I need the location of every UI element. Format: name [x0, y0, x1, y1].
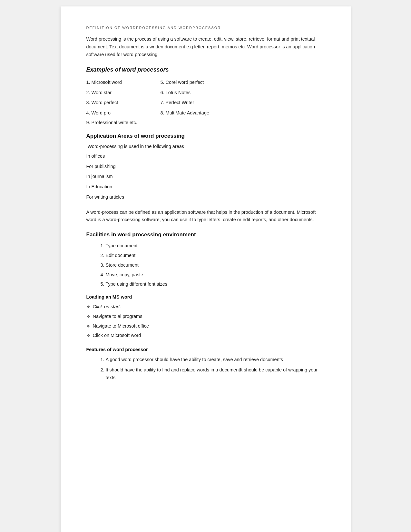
example-col1: 4. Word pro	[86, 110, 161, 117]
examples-heading: Examples of word processors	[86, 66, 325, 73]
list-item: Move, copy, paste	[106, 271, 325, 279]
facilities-section: Facilities in word processing environmen…	[86, 232, 325, 339]
list-item: A good word processor should have the ab…	[106, 356, 325, 364]
facilities-heading: Facilities in word processing environmen…	[86, 232, 325, 238]
features-list: A good word processor should have the ab…	[86, 356, 325, 382]
list-item: ❖ Navigate to al programs	[86, 313, 325, 320]
intro-paragraph: Word processing is the process of using …	[86, 35, 325, 59]
table-row: 2. Word star 6. Lotus Notes	[86, 89, 325, 96]
table-row: 1. Microsoft word 5. Corel word perfect	[86, 79, 325, 86]
bullet-icon: ❖	[86, 313, 90, 320]
application-section: Application Areas of word processing Wor…	[86, 133, 325, 201]
example-col2: 5. Corel word perfect	[161, 79, 325, 86]
example-col1: 3. Word perfect	[86, 99, 161, 106]
example-col1: 2. Word star	[86, 89, 161, 96]
examples-table: 1. Microsoft word 5. Corel word perfect …	[86, 79, 325, 117]
page-subtitle: DEFINITION OF WORDPROCESSING AND WORDPRO…	[86, 26, 325, 30]
list-item: ❖ Click on start.	[86, 303, 325, 310]
application-intro: Word-processing is used in the following…	[86, 144, 325, 149]
example-col2: 8. MultiMate Advantage	[161, 110, 325, 117]
application-list: In offices For publishing In journalism …	[86, 153, 325, 201]
bullet-icon: ❖	[86, 332, 90, 339]
last-example: 9. Professional write etc.	[86, 120, 325, 125]
example-col2: 7. Perfect Writer	[161, 99, 325, 106]
list-item: Type document	[106, 242, 325, 250]
loading-step-3: Navigate to Microsoft office	[93, 323, 149, 330]
features-heading: Features of word processor	[86, 347, 325, 352]
loading-step-4: Click on Microsoft word	[93, 332, 141, 339]
list-item: For writing articles	[86, 194, 325, 201]
loading-list: ❖ Click on start. ❖ Navigate to al progr…	[86, 303, 325, 339]
list-item: Type using different font sizes	[106, 281, 325, 288]
list-item: Edit document	[106, 252, 325, 259]
list-item: For publishing	[86, 163, 325, 170]
list-item: It should have the ability to find and r…	[106, 366, 325, 382]
facilities-list: Type document Edit document Store docume…	[86, 242, 325, 288]
loading-heading: Loading an MS word	[86, 294, 325, 300]
list-item: In offices	[86, 153, 325, 160]
loading-step-1: Click on start.	[93, 303, 121, 310]
table-row: 4. Word pro 8. MultiMate Advantage	[86, 110, 325, 117]
list-item: ❖ Click on Microsoft word	[86, 332, 325, 339]
table-row: 3. Word perfect 7. Perfect Writer	[86, 99, 325, 106]
list-item: ❖ Navigate to Microsoft office	[86, 323, 325, 330]
example-col2: 6. Lotus Notes	[161, 89, 325, 96]
list-item: Store document	[106, 262, 325, 269]
list-item: In Education	[86, 183, 325, 191]
list-item: In journalism	[86, 173, 325, 180]
document-page: DEFINITION OF WORDPROCESSING AND WORDPRO…	[61, 6, 351, 532]
word-process-paragraph: A word-process can be defined as an appl…	[86, 209, 325, 224]
example-col1: 1. Microsoft word	[86, 79, 161, 86]
application-heading: Application Areas of word processing	[86, 133, 325, 139]
bullet-icon: ❖	[86, 304, 90, 310]
loading-step-2: Navigate to al programs	[93, 313, 142, 320]
bullet-icon: ❖	[86, 323, 90, 330]
